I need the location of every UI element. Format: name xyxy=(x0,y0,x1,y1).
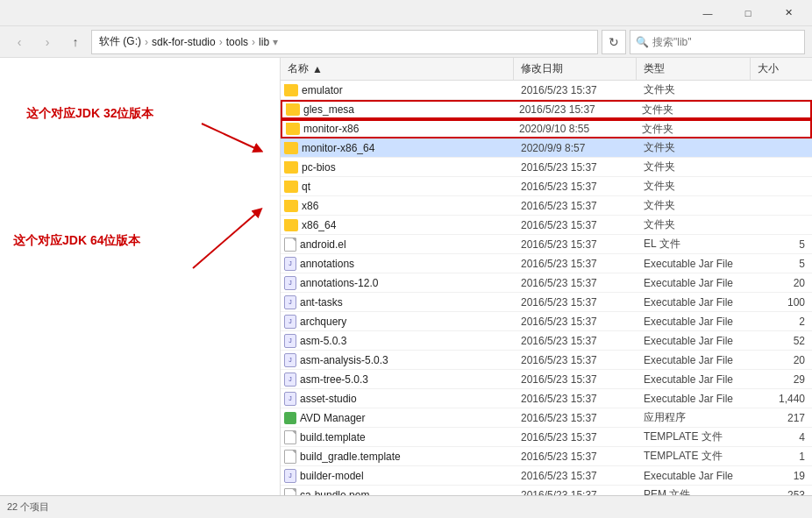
file-name: build.template xyxy=(300,431,366,443)
cell-size: 253 xyxy=(751,489,812,496)
cell-date: 2016/5/23 15:37 xyxy=(514,335,637,347)
cell-date: 2016/5/23 15:37 xyxy=(514,489,637,496)
table-row[interactable]: x86 2016/5/23 15:37 文件夹 xyxy=(281,196,812,216)
table-row[interactable]: J builder-model 2016/5/23 15:37 Executab… xyxy=(281,466,812,486)
table-row[interactable]: build_gradle.template 2016/5/23 15:37 TE… xyxy=(281,447,812,466)
cell-date: 2016/5/23 15:37 xyxy=(514,316,637,328)
jar-icon: J xyxy=(284,295,296,309)
file-list-body: emulator 2016/5/23 15:37 文件夹 gles_mesa 2… xyxy=(281,81,812,495)
table-row[interactable]: qt 2016/5/23 15:37 文件夹 xyxy=(281,177,812,196)
table-row[interactable]: pc-bios 2016/5/23 15:37 文件夹 xyxy=(281,158,812,177)
table-row[interactable]: ca-bundle.pem 2016/5/23 15:37 PEM 文件 253 xyxy=(281,486,812,495)
path-part-3[interactable]: lib xyxy=(259,36,269,48)
folder-icon xyxy=(284,200,298,212)
table-row[interactable]: J asm-5.0.3 2016/5/23 15:37 Executable J… xyxy=(281,331,812,351)
table-row[interactable]: J asset-studio 2016/5/23 15:37 Executabl… xyxy=(281,389,812,408)
status-text: 22 个项目 xyxy=(7,500,49,514)
file-name: android.el xyxy=(300,238,346,251)
table-row[interactable]: J archquery 2016/5/23 15:37 Executable J… xyxy=(281,312,812,331)
column-name[interactable]: 名称 ▲ xyxy=(281,58,514,80)
cell-name: build_gradle.template xyxy=(281,450,514,464)
table-row[interactable]: J asm-analysis-5.0.3 2016/5/23 15:37 Exe… xyxy=(281,351,812,370)
cell-type: 文件夹 xyxy=(637,217,751,232)
column-date[interactable]: 修改日期 xyxy=(514,58,637,80)
path-sep-1: › xyxy=(219,36,223,48)
cell-name: J annotations xyxy=(281,257,514,271)
folder-icon xyxy=(284,219,298,231)
file-name: ant-tasks xyxy=(300,296,343,309)
file-name: monitor-x86 xyxy=(303,123,359,135)
cell-type: 文件夹 xyxy=(637,140,751,155)
file-icon xyxy=(284,238,296,252)
table-row[interactable]: monitor-x86 2020/9/10 8:55 文件夹 xyxy=(281,119,812,138)
cell-size: 2 xyxy=(751,316,812,328)
path-part-1[interactable]: sdk-for-studio xyxy=(152,36,216,48)
cell-date: 2016/5/23 15:37 xyxy=(512,103,635,116)
cell-date: 2016/5/23 15:37 xyxy=(514,296,637,309)
file-name: x86_64 xyxy=(302,219,336,231)
forward-button[interactable]: › xyxy=(35,30,60,54)
cell-date: 2016/5/23 15:37 xyxy=(514,354,637,366)
table-row[interactable]: J annotations-12.0 2016/5/23 15:37 Execu… xyxy=(281,273,812,293)
table-row[interactable]: J annotations 2016/5/23 15:37 Executable… xyxy=(281,254,812,273)
cell-name: x86_64 xyxy=(281,219,514,231)
table-row[interactable]: gles_mesa 2016/5/23 15:37 文件夹 xyxy=(281,100,812,119)
table-row[interactable]: android.el 2016/5/23 15:37 EL 文件 5 xyxy=(281,235,812,254)
cell-type: Executable Jar File xyxy=(637,373,751,386)
column-type[interactable]: 类型 xyxy=(637,58,751,80)
cell-date: 2016/5/23 15:37 xyxy=(514,200,637,212)
table-row[interactable]: x86_64 2016/5/23 15:37 文件夹 xyxy=(281,216,812,235)
maximize-button[interactable]: □ xyxy=(728,0,768,26)
cell-size: 1,440 xyxy=(751,393,812,405)
search-input[interactable] xyxy=(652,36,799,48)
cell-type: Executable Jar File xyxy=(637,296,751,309)
cell-size: 5 xyxy=(751,238,812,251)
cell-date: 2016/5/23 15:37 xyxy=(514,238,637,251)
cell-name: pc-bios xyxy=(281,161,514,174)
table-row[interactable]: emulator 2016/5/23 15:37 文件夹 xyxy=(281,81,812,100)
table-row[interactable]: J ant-tasks 2016/5/23 15:37 Executable J… xyxy=(281,293,812,312)
table-row[interactable]: J asm-tree-5.0.3 2016/5/23 15:37 Executa… xyxy=(281,370,812,389)
cell-name: gles_mesa xyxy=(282,103,512,116)
cell-date: 2016/5/23 15:37 xyxy=(514,470,637,482)
cell-type: Executable Jar File xyxy=(637,354,751,366)
cell-name: emulator xyxy=(281,84,514,96)
annotation-label-2: 这个对应JDK 64位版本 xyxy=(13,233,140,249)
column-size[interactable]: 大小 xyxy=(751,58,812,80)
cell-type: 文件夹 xyxy=(635,122,749,137)
cell-name: J asset-studio xyxy=(281,392,514,406)
table-row[interactable]: build.template 2016/5/23 15:37 TEMPLATE … xyxy=(281,428,812,447)
file-icon xyxy=(284,430,296,444)
cell-type: PEM 文件 xyxy=(637,487,751,495)
close-button[interactable]: ✕ xyxy=(768,0,808,26)
search-icon: 🔍 xyxy=(636,36,649,48)
cell-type: EL 文件 xyxy=(637,237,751,252)
minimize-button[interactable]: — xyxy=(687,0,728,26)
cell-name: monitor-x86_64 xyxy=(281,142,514,154)
address-path[interactable]: 软件 (G:) › sdk-for-studio › tools › lib ▾ xyxy=(91,30,598,54)
refresh-button[interactable]: ↻ xyxy=(602,30,626,54)
cell-date: 2016/5/23 15:37 xyxy=(514,412,637,424)
folder-icon xyxy=(286,103,300,116)
cell-name: J asm-tree-5.0.3 xyxy=(281,373,514,387)
cell-name: J asm-analysis-5.0.3 xyxy=(281,353,514,367)
cell-type: 文件夹 xyxy=(637,179,751,194)
back-button[interactable]: ‹ xyxy=(7,30,32,54)
cell-size: 52 xyxy=(751,335,812,347)
file-name: asset-studio xyxy=(300,393,357,405)
folder-icon xyxy=(284,142,298,154)
file-name: asm-analysis-5.0.3 xyxy=(300,354,388,366)
cell-name: android.el xyxy=(281,238,514,252)
jar-icon: J xyxy=(284,373,296,387)
table-row[interactable]: AVD Manager 2016/5/23 15:37 应用程序 217 xyxy=(281,408,812,428)
path-part-2[interactable]: tools xyxy=(226,36,248,48)
up-button[interactable]: ↑ xyxy=(63,30,88,54)
file-name: builder-model xyxy=(300,470,364,482)
cell-name: monitor-x86 xyxy=(282,123,512,135)
table-row[interactable]: monitor-x86_64 2020/9/9 8:57 文件夹 xyxy=(281,138,812,158)
path-part-0[interactable]: 软件 (G:) xyxy=(99,34,141,49)
cell-date: 2016/5/23 15:37 xyxy=(514,161,637,174)
file-name: x86 xyxy=(302,200,318,212)
folder-icon xyxy=(284,84,298,96)
file-name: monitor-x86_64 xyxy=(302,142,374,154)
